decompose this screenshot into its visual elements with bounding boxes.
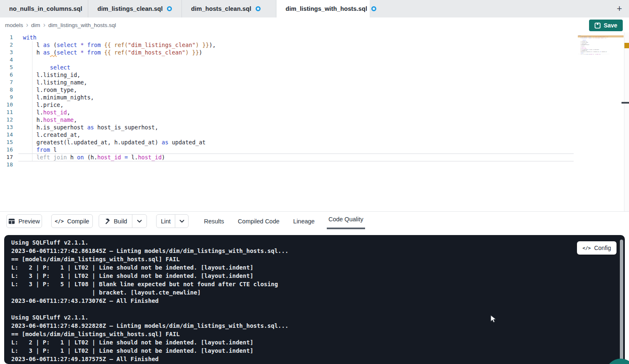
- modified-dot-icon: [167, 6, 172, 11]
- code-line[interactable]: l.listing_name,: [18, 79, 574, 86]
- editor-toolbar: Preview </> Compile Build: [0, 211, 629, 230]
- line-number: 13: [0, 124, 13, 131]
- hammer-icon: [104, 218, 110, 225]
- code-token: [23, 146, 37, 153]
- terminal-scrollbar-thumb[interactable]: [620, 240, 623, 361]
- line-number-gutter: 123456789101112131415161718: [0, 34, 13, 168]
- code-token: [84, 49, 87, 56]
- line-number: 12: [0, 116, 13, 124]
- line-number: 1: [0, 34, 13, 41]
- code-token: greatest(l.updated_at, h.updated_at): [23, 139, 162, 146]
- line-number: 8: [0, 86, 13, 94]
- code-line[interactable]: h as (select * from {{ ref("dim_hosts_cl…: [18, 49, 574, 56]
- code-token: host_id: [597, 54, 600, 54]
- code-token: on: [77, 154, 84, 161]
- code-line[interactable]: with: [18, 34, 574, 41]
- code-line[interactable]: h as (select * from {{ ref("dim_hosts_cl…: [578, 37, 609, 39]
- code-editor[interactable]: 123456789101112131415161718 with l as (s…: [0, 32, 629, 211]
- code-icon: </>: [582, 245, 591, 251]
- code-token: left join: [579, 54, 585, 54]
- line-number: 9: [0, 94, 13, 101]
- editor-tab[interactable]: no_nulls_in_columns.sql: [0, 0, 88, 17]
- line-number: 7: [0, 79, 13, 86]
- code-token: ),: [209, 42, 216, 48]
- code-token: =: [124, 154, 128, 161]
- editor-tab[interactable]: dim_listings_clean.sql: [88, 0, 182, 17]
- panel-tab-results[interactable]: Results: [204, 218, 224, 225]
- code-token: l.listing_name,: [23, 79, 87, 86]
- code-line[interactable]: l.listing_id,: [18, 71, 574, 79]
- chevron-right-icon: ›: [43, 22, 45, 28]
- code-token: [77, 49, 80, 56]
- code-token: {{ ref(: [104, 42, 128, 48]
- code-token: h.: [23, 116, 43, 123]
- chevron-down-icon: [137, 220, 142, 223]
- code-token: [77, 42, 80, 48]
- line-number: 18: [0, 161, 13, 168]
- code-line[interactable]: l.price,: [18, 101, 574, 109]
- code-line[interactable]: [578, 55, 609, 56]
- modified-dot-icon: [256, 6, 261, 11]
- code-token: h: [579, 37, 582, 38]
- tab-label: no_nulls_in_columns.sql: [9, 5, 82, 12]
- code-token: host_id: [43, 109, 67, 116]
- breadcrumb-row: models›dim›dim_listings_with_hosts.sql S…: [0, 17, 629, 32]
- code-line[interactable]: left join h on (h.host_id = l.host_id): [18, 154, 574, 161]
- code-line[interactable]: l.room_type,: [18, 86, 574, 94]
- code-line[interactable]: l as (select * from {{ ref("dim_listings…: [18, 41, 574, 49]
- preview-button[interactable]: Preview: [6, 214, 42, 228]
- build-button[interactable]: Build: [99, 215, 132, 228]
- breadcrumb-item: dim: [31, 22, 40, 28]
- editor-tab[interactable]: dim_listings_with_hosts.sql: [276, 0, 370, 17]
- preview-label: Preview: [18, 218, 40, 225]
- code-line[interactable]: [18, 56, 574, 64]
- code-token: select: [57, 49, 77, 56]
- code-lines[interactable]: with l as (select * from {{ ref("dim_lis…: [18, 34, 574, 169]
- build-dropdown-button[interactable]: [132, 215, 147, 228]
- code-token: ) }}: [196, 42, 209, 48]
- tab-label: dim_listings_clean.sql: [97, 5, 163, 12]
- lint-button[interactable]: Lint: [157, 215, 175, 228]
- panel-tab-lineage[interactable]: Lineage: [293, 218, 315, 225]
- config-button[interactable]: </> Config: [577, 241, 617, 255]
- code-line[interactable]: l.created_at,: [18, 131, 574, 139]
- code-token: l.: [128, 154, 138, 161]
- line-number: 5: [0, 64, 13, 71]
- lint-dropdown-button[interactable]: [175, 215, 188, 228]
- save-button[interactable]: Save: [589, 20, 623, 31]
- code-token: ,: [67, 109, 70, 116]
- panel-tab-code-quality[interactable]: Code Quality: [328, 216, 363, 223]
- code-line[interactable]: h.is_superhost as host_is_superhost,: [18, 124, 574, 131]
- build-split-button: Build: [99, 214, 147, 228]
- table-icon: [8, 218, 15, 224]
- code-line[interactable]: [18, 161, 574, 169]
- new-tab-button[interactable]: +: [613, 2, 626, 15]
- code-line[interactable]: select: [18, 64, 574, 71]
- code-line[interactable]: l.host_id,: [18, 109, 574, 116]
- code-token: l.created_at,: [23, 131, 80, 138]
- code-token: host_is_superhost,: [589, 49, 599, 50]
- lint-split-button: Lint: [156, 214, 189, 228]
- compile-button[interactable]: </> Compile: [51, 214, 93, 228]
- code-token: ) }}: [185, 49, 199, 56]
- code-line[interactable]: l.minimum_nights,: [18, 94, 574, 101]
- annotation-strip: [624, 32, 629, 211]
- code-token: host_id: [590, 54, 594, 54]
- chevron-right-icon: ›: [26, 22, 28, 28]
- panel-tab-compiled-code[interactable]: Compiled Code: [238, 218, 279, 225]
- code-line[interactable]: greatest(l.updated_at, h.updated_at) as …: [18, 139, 574, 146]
- code-token: h: [23, 49, 43, 56]
- code-line[interactable]: h.host_name,: [18, 116, 574, 124]
- minimap[interactable]: with l as (select * from {{ ref("dim_lis…: [578, 35, 609, 59]
- code-token: ),: [607, 36, 609, 37]
- code-token: {{ ref(: [591, 37, 595, 38]
- code-line[interactable]: from l: [18, 146, 574, 154]
- code-token: from: [87, 42, 101, 48]
- chevron-down-icon: [179, 220, 184, 223]
- editor-tab[interactable]: dim_hosts_clean.sql: [182, 0, 276, 17]
- code-token: with: [23, 34, 37, 41]
- code-token: l: [23, 42, 43, 48]
- code-token: l.listing_id,: [23, 72, 80, 78]
- code-token: ,: [74, 116, 77, 123]
- code-token: [101, 42, 104, 48]
